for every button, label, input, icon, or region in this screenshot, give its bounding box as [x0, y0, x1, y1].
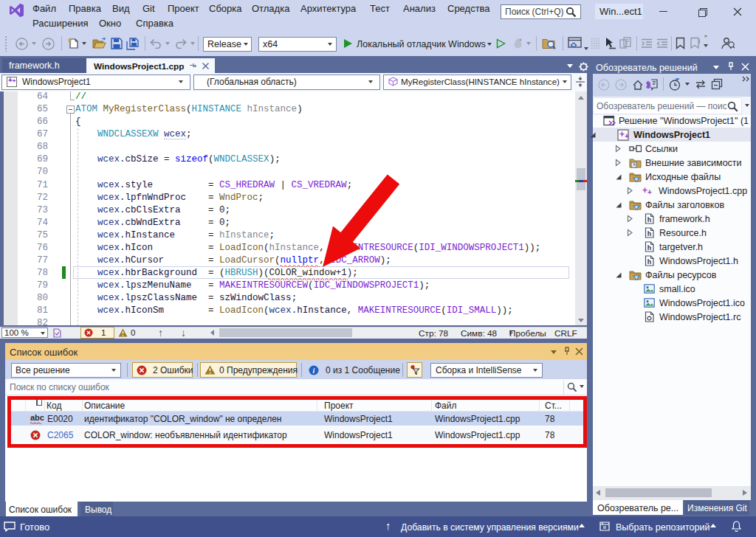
svg-text:h: h — [647, 230, 652, 238]
svg-text:i: i — [313, 367, 315, 375]
svg-text:h: h — [647, 244, 652, 252]
svg-text:h: h — [647, 216, 652, 224]
svg-text:h: h — [647, 258, 652, 266]
